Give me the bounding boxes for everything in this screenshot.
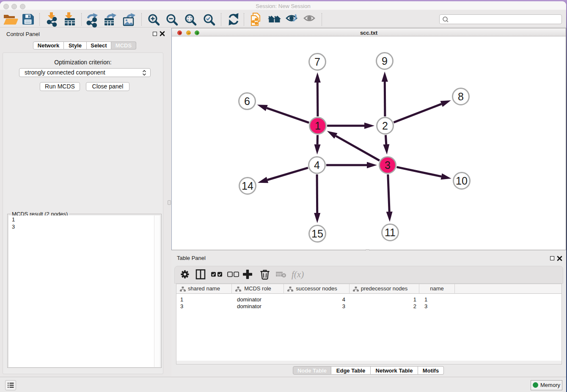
svg-text:f(x): f(x): [292, 269, 304, 279]
svg-text:11: 11: [385, 226, 396, 238]
svg-text:14: 14: [242, 180, 253, 192]
svg-text:7: 7: [314, 56, 320, 68]
svg-text:6: 6: [244, 95, 250, 107]
svg-text:9: 9: [382, 55, 388, 67]
svg-text:3: 3: [385, 159, 391, 171]
svg-text:15: 15: [311, 228, 323, 240]
svg-text:4: 4: [314, 159, 320, 171]
svg-text:10: 10: [456, 175, 468, 187]
svg-text:8: 8: [458, 91, 464, 102]
svg-text:1: 1: [315, 120, 321, 132]
svg-text:2: 2: [382, 120, 388, 132]
